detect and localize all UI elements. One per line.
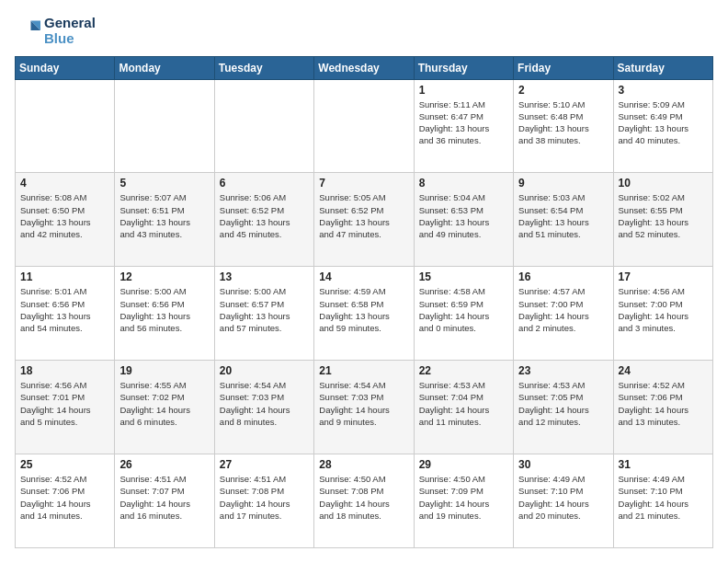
day-number: 4 — [20, 177, 109, 190]
header: General Blue — [15, 15, 713, 47]
weekday-header-wednesday: Wednesday — [314, 56, 414, 79]
calendar-table: SundayMondayTuesdayWednesdayThursdayFrid… — [15, 56, 713, 549]
day-number: 6 — [220, 177, 309, 190]
empty-cell — [314, 79, 414, 173]
day-cell-13: 13Sunrise: 5:00 AM Sunset: 6:57 PM Dayli… — [214, 267, 313, 361]
day-cell-17: 17Sunrise: 4:56 AM Sunset: 7:00 PM Dayli… — [613, 267, 712, 361]
day-number: 16 — [518, 270, 608, 283]
week-row-4: 18Sunrise: 4:56 AM Sunset: 7:01 PM Dayli… — [16, 361, 713, 454]
day-detail: Sunrise: 4:49 AM Sunset: 7:10 PM Dayligh… — [619, 473, 708, 522]
day-cell-2: 2Sunrise: 5:10 AM Sunset: 6:48 PM Daylig… — [514, 79, 613, 173]
day-cell-14: 14Sunrise: 4:59 AM Sunset: 6:58 PM Dayli… — [314, 267, 414, 361]
day-number: 19 — [119, 364, 209, 377]
day-number: 26 — [119, 458, 209, 471]
empty-cell — [16, 79, 115, 173]
day-number: 8 — [419, 177, 508, 190]
day-detail: Sunrise: 4:52 AM Sunset: 7:06 PM Dayligh… — [20, 473, 109, 522]
day-cell-9: 9Sunrise: 5:03 AM Sunset: 6:54 PM Daylig… — [514, 173, 613, 267]
week-row-3: 11Sunrise: 5:01 AM Sunset: 6:56 PM Dayli… — [16, 267, 713, 361]
day-cell-19: 19Sunrise: 4:55 AM Sunset: 7:02 PM Dayli… — [115, 361, 214, 454]
day-detail: Sunrise: 5:06 AM Sunset: 6:52 PM Dayligh… — [220, 191, 309, 240]
day-number: 29 — [419, 458, 508, 471]
day-cell-11: 11Sunrise: 5:01 AM Sunset: 6:56 PM Dayli… — [16, 267, 115, 361]
day-number: 28 — [319, 458, 408, 471]
day-cell-26: 26Sunrise: 4:51 AM Sunset: 7:07 PM Dayli… — [115, 454, 214, 548]
day-detail: Sunrise: 5:01 AM Sunset: 6:56 PM Dayligh… — [20, 285, 109, 334]
day-detail: Sunrise: 5:04 AM Sunset: 6:53 PM Dayligh… — [419, 191, 508, 240]
day-cell-16: 16Sunrise: 4:57 AM Sunset: 7:00 PM Dayli… — [514, 267, 613, 361]
day-cell-12: 12Sunrise: 5:00 AM Sunset: 6:56 PM Dayli… — [115, 267, 214, 361]
day-detail: Sunrise: 4:55 AM Sunset: 7:02 PM Dayligh… — [119, 379, 209, 428]
day-number: 27 — [220, 458, 309, 471]
day-number: 2 — [518, 84, 608, 97]
day-detail: Sunrise: 5:02 AM Sunset: 6:55 PM Dayligh… — [619, 191, 708, 240]
day-number: 7 — [319, 177, 408, 190]
weekday-header-tuesday: Tuesday — [214, 56, 313, 79]
day-cell-1: 1Sunrise: 5:11 AM Sunset: 6:47 PM Daylig… — [414, 79, 513, 173]
day-detail: Sunrise: 5:11 AM Sunset: 6:47 PM Dayligh… — [419, 98, 508, 147]
day-detail: Sunrise: 5:07 AM Sunset: 6:51 PM Dayligh… — [119, 191, 209, 240]
day-number: 14 — [319, 270, 408, 283]
logo-text: General Blue — [44, 15, 96, 47]
day-cell-4: 4Sunrise: 5:08 AM Sunset: 6:50 PM Daylig… — [16, 173, 115, 267]
empty-cell — [115, 79, 214, 173]
logo-icon — [15, 17, 40, 43]
day-detail: Sunrise: 4:59 AM Sunset: 6:58 PM Dayligh… — [319, 285, 408, 334]
day-detail: Sunrise: 4:56 AM Sunset: 7:00 PM Dayligh… — [619, 285, 708, 334]
weekday-header-row: SundayMondayTuesdayWednesdayThursdayFrid… — [16, 56, 713, 79]
day-number: 13 — [220, 270, 309, 283]
day-cell-8: 8Sunrise: 5:04 AM Sunset: 6:53 PM Daylig… — [414, 173, 513, 267]
day-cell-29: 29Sunrise: 4:50 AM Sunset: 7:09 PM Dayli… — [414, 454, 513, 548]
day-cell-3: 3Sunrise: 5:09 AM Sunset: 6:49 PM Daylig… — [613, 79, 712, 173]
day-number: 3 — [619, 84, 708, 97]
weekday-header-thursday: Thursday — [414, 56, 513, 79]
day-detail: Sunrise: 5:05 AM Sunset: 6:52 PM Dayligh… — [319, 191, 408, 240]
day-detail: Sunrise: 5:08 AM Sunset: 6:50 PM Dayligh… — [20, 191, 109, 240]
weekday-header-sunday: Sunday — [16, 56, 115, 79]
day-detail: Sunrise: 5:09 AM Sunset: 6:49 PM Dayligh… — [619, 98, 708, 147]
day-cell-22: 22Sunrise: 4:53 AM Sunset: 7:04 PM Dayli… — [414, 361, 513, 454]
day-detail: Sunrise: 4:50 AM Sunset: 7:08 PM Dayligh… — [319, 473, 408, 522]
day-detail: Sunrise: 4:56 AM Sunset: 7:01 PM Dayligh… — [20, 379, 109, 428]
day-cell-28: 28Sunrise: 4:50 AM Sunset: 7:08 PM Dayli… — [314, 454, 414, 548]
logo: General Blue — [15, 15, 96, 47]
day-number: 5 — [119, 177, 209, 190]
day-detail: Sunrise: 4:53 AM Sunset: 7:05 PM Dayligh… — [518, 379, 608, 428]
day-number: 17 — [619, 270, 708, 283]
day-cell-24: 24Sunrise: 4:52 AM Sunset: 7:06 PM Dayli… — [613, 361, 712, 454]
day-cell-10: 10Sunrise: 5:02 AM Sunset: 6:55 PM Dayli… — [613, 173, 712, 267]
day-cell-20: 20Sunrise: 4:54 AM Sunset: 7:03 PM Dayli… — [214, 361, 313, 454]
day-cell-6: 6Sunrise: 5:06 AM Sunset: 6:52 PM Daylig… — [214, 173, 313, 267]
day-number: 25 — [20, 458, 109, 471]
day-cell-23: 23Sunrise: 4:53 AM Sunset: 7:05 PM Dayli… — [514, 361, 613, 454]
day-detail: Sunrise: 5:03 AM Sunset: 6:54 PM Dayligh… — [518, 191, 608, 240]
day-number: 1 — [419, 84, 508, 97]
day-number: 11 — [20, 270, 109, 283]
day-number: 12 — [119, 270, 209, 283]
day-detail: Sunrise: 4:51 AM Sunset: 7:07 PM Dayligh… — [119, 473, 209, 522]
day-detail: Sunrise: 5:00 AM Sunset: 6:56 PM Dayligh… — [119, 285, 209, 334]
day-cell-31: 31Sunrise: 4:49 AM Sunset: 7:10 PM Dayli… — [613, 454, 712, 548]
weekday-header-saturday: Saturday — [613, 56, 712, 79]
day-detail: Sunrise: 4:57 AM Sunset: 7:00 PM Dayligh… — [518, 285, 608, 334]
day-cell-15: 15Sunrise: 4:58 AM Sunset: 6:59 PM Dayli… — [414, 267, 513, 361]
day-cell-30: 30Sunrise: 4:49 AM Sunset: 7:10 PM Dayli… — [514, 454, 613, 548]
day-detail: Sunrise: 4:58 AM Sunset: 6:59 PM Dayligh… — [419, 285, 508, 334]
day-cell-5: 5Sunrise: 5:07 AM Sunset: 6:51 PM Daylig… — [115, 173, 214, 267]
weekday-header-friday: Friday — [514, 56, 613, 79]
day-detail: Sunrise: 4:51 AM Sunset: 7:08 PM Dayligh… — [220, 473, 309, 522]
weekday-header-monday: Monday — [115, 56, 214, 79]
week-row-2: 4Sunrise: 5:08 AM Sunset: 6:50 PM Daylig… — [16, 173, 713, 267]
day-cell-7: 7Sunrise: 5:05 AM Sunset: 6:52 PM Daylig… — [314, 173, 414, 267]
day-number: 15 — [419, 270, 508, 283]
day-detail: Sunrise: 4:49 AM Sunset: 7:10 PM Dayligh… — [518, 473, 608, 522]
empty-cell — [214, 79, 313, 173]
week-row-1: 1Sunrise: 5:11 AM Sunset: 6:47 PM Daylig… — [16, 79, 713, 173]
day-cell-25: 25Sunrise: 4:52 AM Sunset: 7:06 PM Dayli… — [16, 454, 115, 548]
day-detail: Sunrise: 4:50 AM Sunset: 7:09 PM Dayligh… — [419, 473, 508, 522]
day-detail: Sunrise: 4:54 AM Sunset: 7:03 PM Dayligh… — [220, 379, 309, 428]
day-number: 22 — [419, 364, 508, 377]
day-detail: Sunrise: 4:53 AM Sunset: 7:04 PM Dayligh… — [419, 379, 508, 428]
day-cell-21: 21Sunrise: 4:54 AM Sunset: 7:03 PM Dayli… — [314, 361, 414, 454]
day-detail: Sunrise: 5:10 AM Sunset: 6:48 PM Dayligh… — [518, 98, 608, 147]
